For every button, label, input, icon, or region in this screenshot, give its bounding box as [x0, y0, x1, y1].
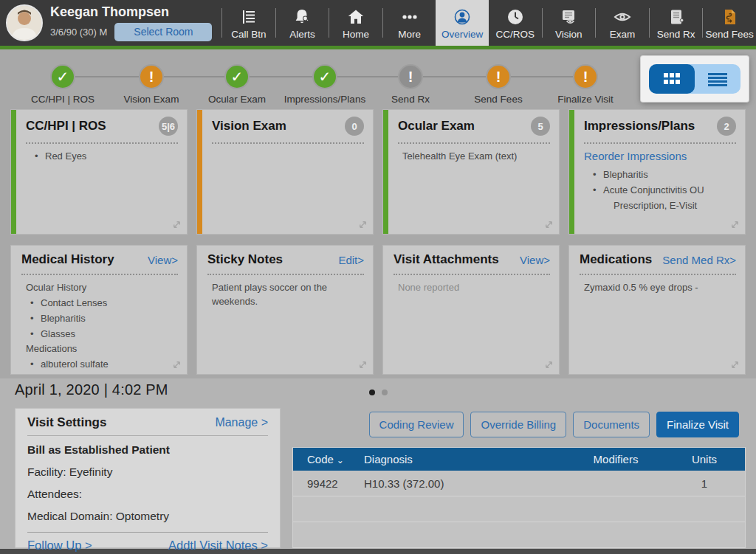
list-view-button[interactable]: [695, 64, 740, 94]
reorder-impressions-link[interactable]: Reorder Impressions: [584, 150, 736, 162]
nav-call-btn[interactable]: Call Btn: [222, 0, 275, 46]
step-warning-icon: !: [486, 64, 511, 89]
view-link[interactable]: View>: [148, 254, 178, 266]
nav-send-rx[interactable]: Send Rx: [650, 0, 703, 46]
visit-cards-row: CC/HPI | ROS 5|6 Red Eyes Vision Exam 0: [10, 109, 746, 235]
addtl-visit-notes-link[interactable]: Addtl Visit Notes >: [168, 539, 268, 553]
nav-overview[interactable]: Overview: [436, 0, 489, 46]
table-row-empty: [293, 496, 745, 522]
manage-link[interactable]: Manage >: [215, 416, 268, 429]
send-med-rx-link[interactable]: Send Med Rx>: [662, 254, 736, 266]
units-column-header: Units: [664, 453, 745, 465]
page-dot[interactable]: [382, 389, 388, 395]
card-medical-history[interactable]: Medical History View> Ocular History Con…: [10, 245, 188, 375]
modifiers-column-header: Modifiers: [568, 453, 664, 465]
card-cc-hpi-ros[interactable]: CC/HPI | ROS 5|6 Red Eyes: [10, 109, 188, 235]
list-item: Glasses: [21, 328, 178, 342]
overview-person-icon: [453, 7, 472, 27]
resize-handle-icon[interactable]: [543, 219, 554, 230]
view-link[interactable]: View>: [520, 254, 550, 266]
table-row[interactable]: 99422 H10.33 (372.00) 1: [293, 471, 745, 496]
card-ocular-exam[interactable]: Ocular Exam 5 Telehealth Eye Exam (text): [382, 109, 560, 235]
step-pending-icon: !: [398, 64, 423, 89]
resize-handle-icon[interactable]: [357, 359, 368, 370]
nav-cc-ros[interactable]: CC/ROS: [489, 0, 542, 46]
finalize-visit-button[interactable]: Finalize Visit: [656, 412, 739, 437]
documents-button[interactable]: Documents: [573, 412, 650, 437]
code-cell: 99422: [293, 477, 364, 490]
card-title: Sticky Notes: [207, 252, 283, 267]
nav-send-fees[interactable]: Send Fees: [703, 0, 756, 46]
count-badge: 0: [345, 117, 364, 136]
divider: [21, 274, 178, 275]
code-column-header[interactable]: Code⌄: [293, 453, 364, 465]
resize-handle-icon[interactable]: [729, 219, 740, 230]
patient-meta: 3/6/90 (30) M: [50, 27, 107, 38]
list-icon: [707, 70, 729, 88]
nav-more[interactable]: More: [383, 0, 436, 46]
step-warning-icon: !: [139, 64, 164, 89]
diagnosis-column-header: Diagnosis: [364, 453, 568, 465]
override-billing-button[interactable]: Override Billing: [470, 412, 566, 437]
billing-actions: Coding Review Override Billing Documents…: [369, 412, 739, 437]
select-room-button[interactable]: Select Room: [114, 23, 212, 41]
card-sticky-notes[interactable]: Sticky Notes Edit> Patient plays soccer …: [196, 245, 374, 375]
nav-alerts[interactable]: Alerts: [276, 0, 329, 46]
card-accent: [11, 110, 16, 234]
count-badge: 5: [531, 117, 550, 136]
view-toggle: [649, 64, 740, 94]
empty-state-text: None reported: [394, 281, 550, 295]
count-badge: 2: [717, 117, 736, 136]
card-title: Vision Exam: [212, 119, 286, 134]
resize-handle-icon[interactable]: [543, 359, 554, 370]
view-toggle-highlight: [641, 56, 749, 102]
step-complete-icon: ✓: [312, 64, 337, 89]
coding-review-button[interactable]: Coding Review: [369, 412, 464, 437]
list-item: Blepharitis: [21, 312, 178, 326]
step-warning-icon: !: [573, 64, 598, 89]
card-accent: [383, 110, 388, 234]
patient-avatar[interactable]: [6, 4, 43, 41]
resize-handle-icon[interactable]: [171, 359, 182, 370]
section-heading: Ocular History: [21, 281, 178, 295]
page-dot-active[interactable]: [369, 389, 375, 395]
step-complete-icon: ✓: [224, 64, 250, 89]
bell-icon: [292, 7, 312, 27]
edit-link[interactable]: Edit>: [338, 254, 364, 266]
card-text: Zymaxid 0.5 % eye drops -: [580, 281, 736, 295]
resize-handle-icon[interactable]: [729, 359, 740, 370]
resize-handle-icon[interactable]: [171, 219, 182, 230]
grid-view-button[interactable]: [649, 64, 695, 94]
history-cards-row: Medical History View> Ocular History Con…: [10, 245, 746, 375]
send-rx-doc-icon: [667, 7, 686, 27]
card-visit-attachments[interactable]: Visit Attachments View> None reported: [382, 245, 560, 375]
nav-vision[interactable]: Vision: [543, 0, 596, 46]
divider: [27, 435, 268, 436]
fee-slip-table: Code⌄ Diagnosis Modifiers Units 99422 H1…: [292, 447, 746, 548]
diagnosis-cell: H10.33 (372.00): [364, 477, 568, 490]
card-impressions-plans[interactable]: Impressions/Plans 2 Reorder Impressions …: [568, 109, 746, 235]
table-header-row: Code⌄ Diagnosis Modifiers Units: [293, 448, 745, 471]
divider: [27, 532, 268, 533]
list-item: Contact Lenses: [21, 297, 178, 311]
step-complete-icon: ✓: [50, 64, 75, 89]
count-badge: 5|6: [159, 117, 178, 136]
card-title: Impressions/Plans: [584, 119, 695, 134]
patient-info: Keegan Thompsen 3/6/90 (30) M Select Roo…: [50, 4, 212, 41]
follow-up-link[interactable]: Follow Up >: [27, 539, 92, 553]
divider: [26, 142, 178, 144]
card-accent: [569, 110, 574, 234]
step-finalize-visit[interactable]: ! Finalize Visit: [519, 64, 652, 105]
units-cell: 1: [664, 477, 745, 490]
nav-home[interactable]: Home: [329, 0, 382, 46]
card-vision-exam[interactable]: Vision Exam 0: [196, 109, 374, 235]
divider: [394, 274, 550, 275]
nav-exam[interactable]: Exam: [596, 0, 649, 46]
visit-settings-panel: Visit Settings Manage > Bill as Establis…: [15, 408, 281, 548]
list-item: Red Eyes: [26, 150, 178, 164]
more-dots-icon: [400, 7, 419, 27]
divider: [207, 274, 364, 275]
divider: [580, 274, 736, 275]
resize-handle-icon[interactable]: [357, 219, 368, 230]
card-medications[interactable]: Medications Send Med Rx> Zymaxid 0.5 % e…: [568, 245, 746, 375]
